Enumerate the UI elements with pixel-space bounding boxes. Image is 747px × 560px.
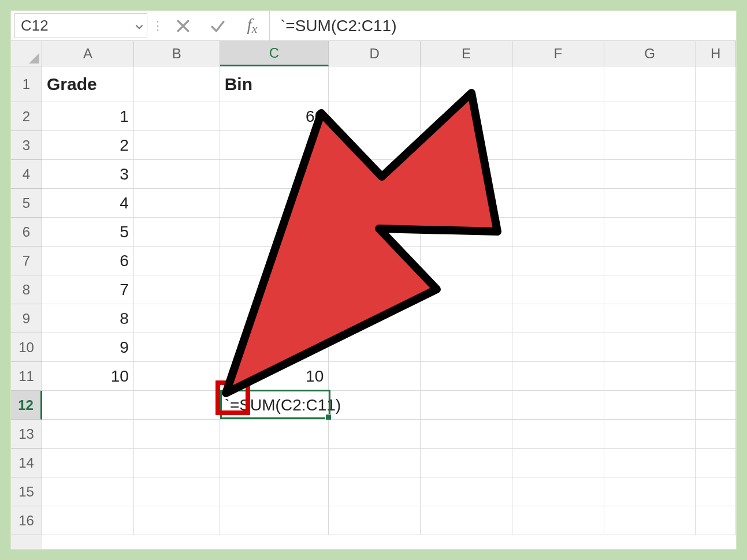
row-header-9[interactable]: 9	[11, 304, 42, 333]
cell-B13[interactable]	[134, 420, 220, 449]
row-header-13[interactable]: 13	[11, 420, 42, 449]
column-header-D[interactable]: D	[329, 41, 421, 66]
cell-B14[interactable]	[134, 449, 220, 477]
cell-F9[interactable]	[512, 304, 604, 333]
cell-B8[interactable]	[134, 275, 220, 304]
column-header-F[interactable]: F	[512, 41, 604, 66]
cell-D4[interactable]	[329, 160, 421, 189]
cell-C2[interactable]: 60	[220, 102, 329, 131]
cell-G16[interactable]	[604, 506, 696, 535]
cell-E8[interactable]	[421, 275, 512, 304]
cell-F16[interactable]	[512, 506, 604, 535]
cell-A8[interactable]: 7	[42, 275, 134, 304]
cell-C8[interactable]	[220, 275, 329, 304]
cell-D2[interactable]	[329, 102, 421, 131]
cell-E12[interactable]	[421, 391, 512, 420]
cell-D12[interactable]	[329, 391, 421, 420]
cell-E7[interactable]	[421, 247, 512, 275]
cell-E5[interactable]	[421, 189, 512, 218]
cell-D14[interactable]	[329, 449, 421, 477]
select-all-triangle[interactable]	[11, 41, 42, 66]
cell-C4[interactable]	[220, 160, 329, 189]
cell-A5[interactable]: 4	[42, 189, 134, 218]
cell-G11[interactable]	[604, 362, 696, 391]
cell-H9[interactable]	[696, 304, 736, 333]
cancel-button[interactable]	[166, 11, 200, 40]
cell-E6[interactable]	[421, 218, 512, 247]
cell-A11[interactable]: 10	[42, 362, 134, 391]
cell-G2[interactable]	[604, 102, 696, 131]
cell-A15[interactable]	[42, 477, 134, 506]
cell-F8[interactable]	[512, 275, 604, 304]
cell-D11[interactable]	[329, 362, 421, 391]
formula-input[interactable]: `=SUM(C2:C11)	[270, 11, 736, 40]
cell-E14[interactable]	[421, 449, 512, 477]
cell-E2[interactable]	[421, 102, 512, 131]
cell-H12[interactable]	[696, 391, 736, 420]
cell-G9[interactable]	[604, 304, 696, 333]
cell-B6[interactable]	[134, 218, 220, 247]
cell-G13[interactable]	[604, 420, 696, 449]
name-box[interactable]: C12	[14, 13, 147, 38]
cell-H5[interactable]	[696, 189, 736, 218]
cell-A12[interactable]	[42, 391, 134, 420]
cell-E1[interactable]	[421, 66, 512, 102]
cell-A3[interactable]: 2	[42, 131, 134, 160]
insert-function-button[interactable]: fx	[235, 11, 270, 40]
enter-button[interactable]	[200, 11, 235, 40]
cell-F4[interactable]	[512, 160, 604, 189]
cell-H6[interactable]	[696, 218, 736, 247]
cell-A2[interactable]: 1	[42, 102, 134, 131]
cell-E11[interactable]	[421, 362, 512, 391]
cell-C12[interactable]: `=SUM(C2:C11)	[220, 391, 329, 420]
cell-G1[interactable]	[604, 66, 696, 102]
cell-D8[interactable]	[329, 275, 421, 304]
cell-C7[interactable]	[220, 247, 329, 275]
cell-A6[interactable]: 5	[42, 218, 134, 247]
cell-C6[interactable]	[220, 218, 329, 247]
cell-H16[interactable]	[696, 506, 736, 535]
cell-F2[interactable]	[512, 102, 604, 131]
row-header-2[interactable]: 2	[11, 102, 42, 131]
cell-F14[interactable]	[512, 449, 604, 477]
row-header-14[interactable]: 14	[11, 449, 42, 477]
cell-G6[interactable]	[604, 218, 696, 247]
cell-F7[interactable]	[512, 247, 604, 275]
cell-E16[interactable]	[421, 506, 512, 535]
cell-G15[interactable]	[604, 477, 696, 506]
row-header-12[interactable]: 12	[11, 391, 42, 420]
cell-H10[interactable]	[696, 333, 736, 362]
cell-E4[interactable]	[421, 160, 512, 189]
cell-G3[interactable]	[604, 131, 696, 160]
cell-C13[interactable]	[220, 420, 329, 449]
cell-D3[interactable]	[329, 131, 421, 160]
cell-H13[interactable]	[696, 420, 736, 449]
cell-C9[interactable]	[220, 304, 329, 333]
cell-F6[interactable]	[512, 218, 604, 247]
cell-E9[interactable]	[421, 304, 512, 333]
cell-H14[interactable]	[696, 449, 736, 477]
row-header-4[interactable]: 4	[11, 160, 42, 189]
cell-H15[interactable]	[696, 477, 736, 506]
cell-D10[interactable]	[329, 333, 421, 362]
column-header-G[interactable]: G	[604, 41, 696, 66]
cell-F3[interactable]	[512, 131, 604, 160]
cell-G4[interactable]	[604, 160, 696, 189]
cell-G5[interactable]	[604, 189, 696, 218]
cell-B1[interactable]	[134, 66, 220, 102]
column-header-H[interactable]: H	[696, 41, 736, 66]
cell-B7[interactable]	[134, 247, 220, 275]
cells-area[interactable]: GradeBin1602434567891010`=SUM(C2:C11)	[42, 66, 736, 549]
cell-G8[interactable]	[604, 275, 696, 304]
row-header-11[interactable]: 11	[11, 362, 42, 391]
cell-H4[interactable]	[696, 160, 736, 189]
row-header-8[interactable]: 8	[11, 275, 42, 304]
column-header-A[interactable]: A	[42, 41, 134, 66]
cell-D1[interactable]	[329, 66, 421, 102]
cell-B16[interactable]	[134, 506, 220, 535]
cell-H1[interactable]	[696, 66, 736, 102]
cell-D9[interactable]	[329, 304, 421, 333]
cell-A14[interactable]	[42, 449, 134, 477]
cell-H2[interactable]	[696, 102, 736, 131]
cell-F13[interactable]	[512, 420, 604, 449]
